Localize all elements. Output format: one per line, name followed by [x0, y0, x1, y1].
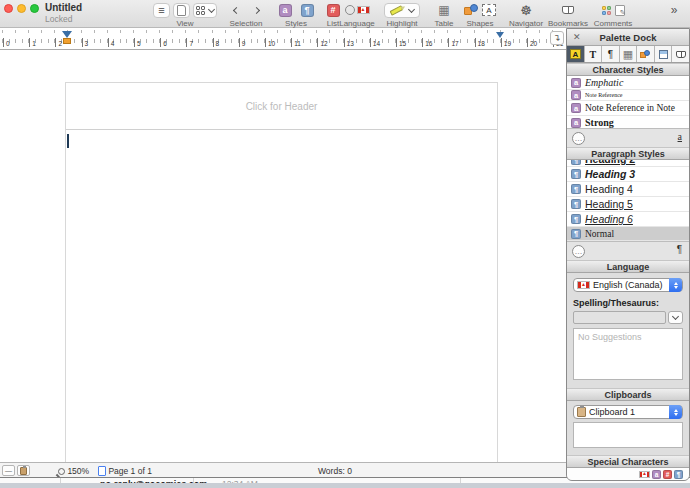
- thumbnail-view-button[interactable]: [193, 3, 217, 18]
- ruler-number: 0: [4, 40, 10, 47]
- char-style-icon: a: [571, 118, 581, 128]
- close-icon[interactable]: ✕: [573, 33, 581, 42]
- toolbar-group-language: Language: [338, 2, 376, 28]
- style-name: Emphatic: [585, 77, 623, 88]
- style-name: Heading 2: [585, 160, 635, 165]
- navigator-wheel-icon[interactable]: ☸: [520, 4, 532, 17]
- tab-text[interactable]: T: [585, 46, 603, 62]
- paragraph-style-row[interactable]: ¶ Heading 3: [567, 167, 689, 182]
- special-characters-header[interactable]: Special Characters: [567, 455, 689, 468]
- spelling-dropdown-button[interactable]: [668, 311, 683, 324]
- ruler-number: 5: [135, 40, 141, 47]
- language-section: English (Canada) Spelling/Thesaurus: No …: [567, 273, 689, 388]
- grid-icon: [196, 6, 205, 15]
- ruler-number: 19: [502, 40, 511, 47]
- canada-flag-icon[interactable]: [357, 6, 370, 14]
- next-selection-button[interactable]: [248, 3, 265, 18]
- character-style-row[interactable]: a Note Reference in Note: [567, 101, 689, 116]
- close-window-button[interactable]: [4, 4, 13, 13]
- style-name: Heading 6: [585, 213, 633, 225]
- note-icon[interactable]: [615, 5, 625, 16]
- character-styles-header[interactable]: Character Styles: [567, 63, 689, 76]
- document-page[interactable]: Click for Header: [65, 82, 498, 462]
- toolbar-overflow-button[interactable]: »: [671, 3, 678, 17]
- spelling-input[interactable]: [573, 311, 666, 324]
- bookmarks-book-icon[interactable]: [562, 6, 574, 14]
- character-style-row[interactable]: a Strong: [567, 116, 689, 128]
- page-header-region[interactable]: Click for Header: [66, 83, 497, 130]
- previous-selection-button[interactable]: [228, 3, 245, 18]
- tab-character-styles[interactable]: A: [567, 46, 585, 62]
- paragraph-style-button[interactable]: ¶: [301, 4, 314, 17]
- shapes-icon[interactable]: [464, 4, 478, 16]
- tab-sections[interactable]: [655, 46, 673, 62]
- paragraph-style-row-selected[interactable]: ¶ Normal: [567, 227, 689, 241]
- tab-bookmarks[interactable]: [672, 46, 689, 62]
- ruler-corner-button[interactable]: ↴: [550, 31, 564, 45]
- paragraph-style-row-partial[interactable]: ¶ Heading 2: [567, 160, 689, 167]
- paragraph-style-row[interactable]: ¶ Heading 4: [567, 182, 689, 197]
- chevron-right-icon: [252, 6, 259, 13]
- page-view-button[interactable]: [173, 3, 190, 18]
- toolbar-group-view: ≡ View: [143, 2, 227, 28]
- style-name: Normal: [585, 229, 614, 239]
- highlight-button[interactable]: [384, 3, 420, 18]
- canada-flag-icon[interactable]: [639, 471, 650, 478]
- clipboard-status-button[interactable]: [17, 465, 30, 476]
- page-indicator[interactable]: Page 1 of 1: [98, 466, 152, 476]
- document-area[interactable]: Click for Header: [0, 50, 566, 462]
- list-icon[interactable]: #: [663, 470, 672, 479]
- clipboard-icon: [577, 407, 586, 417]
- zoom-control[interactable]: 150%: [58, 466, 89, 476]
- character-style-button[interactable]: a: [279, 4, 292, 17]
- paragraph-style-row[interactable]: ¶ Heading 5: [567, 197, 689, 212]
- language-header[interactable]: Language: [567, 260, 689, 273]
- tab-paragraph[interactable]: ¶: [602, 46, 620, 62]
- character-style-row[interactable]: a Emphatic: [567, 76, 689, 90]
- window-locked-status: Locked: [45, 14, 82, 24]
- language-dropdown[interactable]: English (Canada): [573, 278, 683, 292]
- globe-icon[interactable]: [345, 5, 355, 15]
- para-style-icon[interactable]: ¶: [674, 470, 683, 479]
- chevron-down-icon: [208, 5, 215, 12]
- first-line-indent-marker[interactable]: [63, 38, 71, 44]
- zoom-level: 150%: [67, 466, 89, 476]
- para-style-icon: ¶: [571, 214, 581, 224]
- highlighter-icon: [390, 5, 404, 16]
- page-icon: [177, 5, 186, 16]
- paragraph-style-row[interactable]: ¶ Heading 6: [567, 212, 689, 227]
- clipboards-header[interactable]: Clipboards: [567, 388, 689, 401]
- suggestions-box[interactable]: No Suggestions: [573, 328, 683, 380]
- char-style-icon[interactable]: a: [652, 470, 661, 479]
- character-styles-footer: … a: [567, 128, 689, 147]
- ruler-number: 15: [397, 40, 406, 47]
- left-indent-marker[interactable]: [62, 31, 72, 38]
- ruler-number: 20: [528, 40, 537, 47]
- paragraph-styles-header[interactable]: Paragraph Styles: [567, 147, 689, 160]
- para-style-icon: ¶: [571, 184, 581, 194]
- textbox-icon[interactable]: A: [482, 4, 496, 16]
- style-name: Heading 4: [585, 183, 633, 195]
- character-style-row[interactable]: a Note Reference: [567, 90, 689, 101]
- minimize-window-button[interactable]: [17, 4, 26, 13]
- right-indent-marker[interactable]: [496, 32, 504, 38]
- clipboard-dropdown[interactable]: Clipboard 1: [573, 405, 683, 419]
- zoom-window-button[interactable]: [30, 4, 39, 13]
- palette-dock-titlebar[interactable]: ✕ Palette Dock: [567, 29, 689, 46]
- more-options-button[interactable]: …: [572, 245, 585, 258]
- more-options-button[interactable]: …: [572, 132, 585, 145]
- table-icon[interactable]: ▦: [438, 4, 449, 16]
- tab-shapes[interactable]: [637, 46, 655, 62]
- ruler-number: 8: [214, 40, 220, 47]
- comments-grid-icon[interactable]: [602, 6, 611, 15]
- character-styles-list: a Emphatic a Note Reference a Note Refer…: [567, 76, 689, 128]
- clipboard-contents-box[interactable]: [573, 422, 683, 448]
- toolbar-group-styles: a ¶ Styles: [272, 2, 320, 28]
- toolbar-group-label: Comments: [590, 19, 636, 28]
- tab-table[interactable]: ▦: [620, 46, 638, 62]
- view-menu-button[interactable]: ≡: [153, 3, 170, 18]
- ruler-number: 12: [318, 40, 327, 47]
- drawer-toggle-button[interactable]: —: [2, 465, 15, 476]
- chevron-left-icon: [232, 6, 239, 13]
- toolbar-group-navigator: ☸ Navigator: [506, 2, 546, 28]
